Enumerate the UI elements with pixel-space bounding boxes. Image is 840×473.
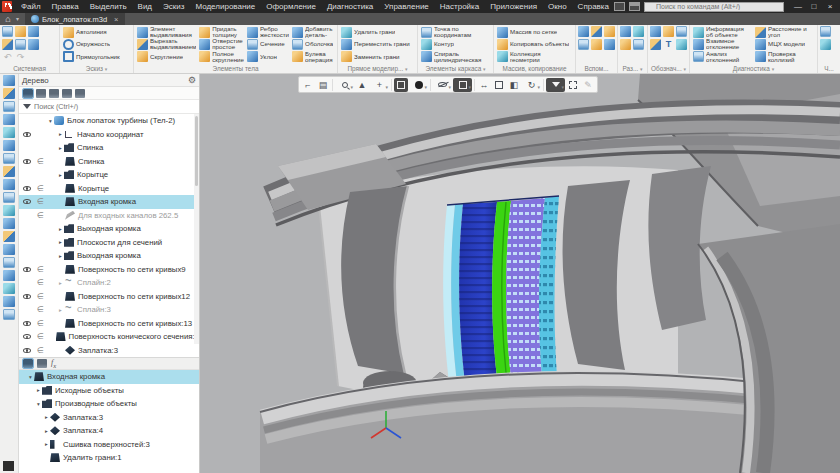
menu-sketch[interactable]: Эскиз [158,1,189,12]
rotate-icon[interactable]: ↻ [522,78,541,92]
cut-extrude-button[interactable]: Вырезать выдавливанием [136,38,197,50]
aux-lcs-icon[interactable] [578,39,589,50]
tree-scrollbar[interactable] [194,114,199,344]
tree-item-spline[interactable]: ∈▸Сплайн:3 [19,303,199,317]
grid-pattern-button[interactable]: Массив по сетке [496,26,573,38]
ghost-display-icon[interactable] [453,78,472,92]
aux-curve-icon[interactable] [604,39,615,50]
group-label-direct-modeling[interactable]: Прямое моделир... ▾ [338,64,417,73]
home-icon[interactable]: ⌂ [0,13,16,25]
preview-icon[interactable] [15,39,26,50]
menu-edit[interactable]: Правка [47,1,84,12]
reference-tool-icon[interactable] [3,179,15,190]
search-view-icon[interactable] [62,89,72,98]
settings-tool-icon[interactable] [3,283,15,294]
partition-body-icon[interactable] [620,39,631,50]
normal-to-icon[interactable]: ⌐ [301,78,315,92]
point-by-coords-button[interactable]: Точка по координатам [420,26,491,38]
layers-view-icon[interactable] [75,89,85,98]
section-view-icon[interactable]: ◧ [507,78,521,92]
insert-tool-icon[interactable] [3,192,15,203]
partition-icon[interactable] [620,26,631,37]
measure-tool-icon[interactable] [3,205,15,216]
mass-properties-button[interactable]: МЦХ модели [754,38,815,50]
menu-select[interactable]: Выделить [85,1,132,12]
visibility-eye-icon[interactable] [23,267,31,272]
tree-search-input[interactable] [34,102,195,111]
extrude-button[interactable]: Элемент выдавливания [136,26,197,38]
tree-item-spline[interactable]: ∈▸Сплайн:2 [19,276,199,290]
tree-item-origin[interactable]: ▸Начало координат [19,128,199,142]
designation-roughness-icon[interactable] [676,26,687,37]
tab-list-caret-icon[interactable]: ▾ [16,13,25,25]
detail-item-folder[interactable]: ▸Исходные объекты [19,384,199,398]
open-document-icon[interactable] [15,26,26,37]
collision-check-button[interactable]: Проверка коллизий [754,51,815,63]
group-label-frame-elements[interactable]: Элементы каркаса ▾ [418,64,493,73]
minimize-button[interactable]: — [791,2,805,11]
detail-item-delete-face[interactable]: Удалить грани:1 [19,451,199,465]
subtree-view-icon[interactable] [23,359,33,368]
print-icon[interactable] [2,39,13,50]
print3d-tool-icon[interactable] [3,309,15,320]
model-tool-icon[interactable] [3,75,15,86]
structure-view-icon[interactable] [23,89,33,98]
viewport-3d[interactable]: ⌐ ▤ ▲ + ↔ ◧ ↻ ✎ [200,74,840,473]
selection-filter-icon[interactable] [546,78,565,92]
orientation-icon[interactable]: + [370,78,389,92]
variables-fx-icon[interactable]: fx [51,358,56,369]
scale-icon[interactable]: ↔ [477,78,491,92]
menu-help[interactable]: Справка [573,1,614,12]
variables-tool-icon[interactable] [3,140,15,151]
document-tab[interactable]: Блок_лопаток.m3d × [25,13,125,25]
detail-item-stitch[interactable]: ▸Сшивка поверхностей:3 [19,438,199,452]
visibility-eye-icon[interactable] [23,321,31,326]
gear-icon[interactable]: ⚙ [188,75,196,85]
rib-button[interactable]: Ребро жесткости [246,26,290,38]
add-part-stock-button[interactable]: Добавить деталь-заготов... [291,26,335,38]
tree-item-surface[interactable]: ∈Поверхность по сети кривых:13 [19,317,199,331]
lcs-tool-icon[interactable] [3,101,15,112]
tree-item-folder[interactable]: ▸Спинка [19,141,199,155]
tree-item-surface[interactable]: ∈Поверхность по сети кривых12 [19,290,199,304]
drawing-view-icon[interactable] [820,26,831,37]
hide-objects-icon[interactable] [433,78,452,92]
delete-faces-button[interactable]: Удалить грани [340,26,415,38]
menu-modeling[interactable]: Моделирование [190,1,260,12]
close-button[interactable]: × [823,2,837,11]
draft-button[interactable]: Уклон [246,51,290,63]
view-tool-icon[interactable] [3,127,15,138]
tree-item-folder[interactable]: ▸Корытце [19,168,199,182]
save-icon[interactable] [28,26,39,37]
designation-tolerance-icon[interactable] [650,39,661,50]
menu-window[interactable]: Окно [543,1,572,12]
shell-button[interactable]: Оболочка [291,38,335,50]
tree-item-surface[interactable]: ∈Поверхность конического сечения:1 [19,330,199,344]
visibility-eye-icon[interactable] [23,334,31,339]
library-tool-icon[interactable] [3,166,15,177]
visibility-eye-icon[interactable] [23,348,31,353]
detail-item-patch[interactable]: ▸Заплатка:3 [19,411,199,425]
tree-item-surface[interactable]: ∈Спинка [19,155,199,169]
menu-file[interactable]: Файл [16,1,46,12]
export-tool-icon[interactable] [3,296,15,307]
shading-mode-icon[interactable] [409,78,428,92]
autoline-button[interactable]: Автолиния [62,26,131,38]
designation-mark-icon[interactable] [676,39,687,50]
full-round-button[interactable]: Полное скругление [198,51,245,63]
tree-item-surface[interactable]: ∈Корытце [19,182,199,196]
compare-tool-icon[interactable] [3,244,15,255]
tree-item-root[interactable]: ▾Блок лопаток турбины (Тел-2) [19,114,199,128]
menu-management[interactable]: Управление [379,1,433,12]
group-label-sketch[interactable]: Эскиз ▾ [60,64,133,73]
group-label-partition[interactable]: Раз... ▾ [618,64,647,73]
aux-axis-icon[interactable] [591,26,602,37]
maximize-button[interactable]: □ [807,2,821,11]
visibility-eye-icon[interactable] [23,186,31,191]
visibility-eye-icon[interactable] [23,294,31,299]
group-label-designations[interactable]: Обознач... ▾ [648,64,689,73]
frame-select-icon[interactable] [566,78,580,92]
report-tool-icon[interactable] [3,231,15,242]
visibility-eye-icon[interactable] [23,132,31,137]
isometry-icon[interactable]: ▲ [355,78,369,92]
